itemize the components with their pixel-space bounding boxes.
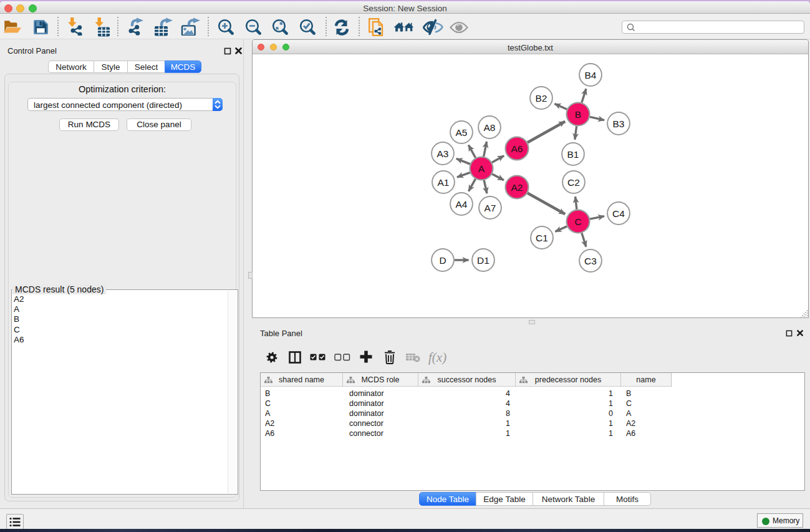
svg-text:A5: A5 (456, 127, 468, 138)
svg-text:B4: B4 (585, 70, 597, 80)
svg-text:A1: A1 (438, 177, 450, 188)
svg-text:A6: A6 (511, 143, 523, 154)
svg-text:D1: D1 (477, 255, 489, 266)
svg-text:D: D (439, 255, 446, 266)
svg-text:C4: C4 (612, 208, 625, 219)
svg-text:A3: A3 (437, 148, 449, 159)
svg-text:B2: B2 (536, 93, 547, 104)
svg-text:B: B (575, 109, 581, 120)
svg-text:A2: A2 (511, 182, 523, 193)
svg-text:C2: C2 (567, 177, 580, 188)
svg-text:A7: A7 (485, 203, 496, 213)
svg-text:B1: B1 (567, 149, 579, 160)
svg-text:B3: B3 (613, 118, 625, 129)
svg-text:C3: C3 (584, 256, 597, 266)
svg-text:A4: A4 (456, 199, 468, 210)
svg-text:C1: C1 (536, 233, 548, 243)
svg-text:A8: A8 (484, 122, 496, 133)
svg-text:A: A (478, 163, 485, 174)
svg-text:C: C (574, 216, 581, 227)
